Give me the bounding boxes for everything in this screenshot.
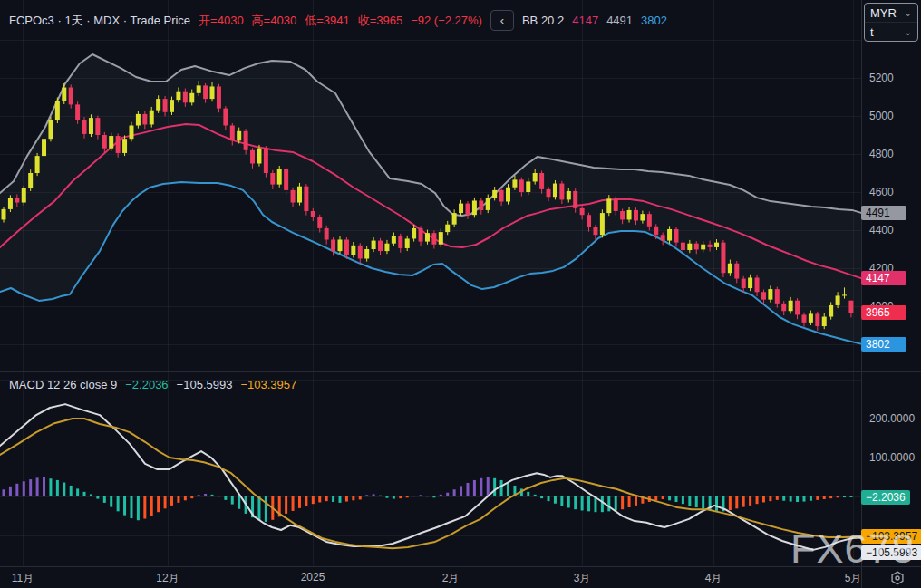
candle-body [351, 246, 355, 255]
price-axis[interactable]: 5200500048004600440042004000449141473965… [861, 0, 921, 566]
macd-histogram-bar [682, 496, 684, 504]
macd-histogram-bar [560, 496, 563, 506]
macd-hist-value: −2.2036 [125, 378, 168, 391]
candle-body [62, 88, 66, 101]
macd-histogram-bar [635, 496, 637, 506]
ohlc-change: −92 (−2.27%) [411, 14, 482, 27]
macd-histogram-bar [365, 495, 368, 496]
candle-body [325, 228, 329, 240]
candle-body [431, 233, 436, 245]
candle-body [634, 210, 638, 221]
price-badge: 3965 [861, 305, 906, 320]
candle-body [775, 289, 780, 304]
candle-body [15, 198, 19, 202]
pane-settings-icon[interactable] [889, 570, 906, 586]
currency-dropdown[interactable]: MYR ⌄ [865, 4, 917, 22]
candle-body [533, 173, 538, 181]
macd-histogram-bar [574, 496, 577, 509]
currency-label: MYR [870, 6, 897, 20]
unit-dropdown[interactable]: t ⌄ [865, 22, 917, 41]
time-axis-label: 12月 [156, 571, 179, 586]
candle-body [331, 240, 335, 252]
candle-body [75, 104, 80, 120]
candle-body [526, 181, 530, 192]
macd-histogram-bar [305, 496, 307, 506]
candle-body [640, 214, 645, 220]
bb-basis-value: 4147 [572, 14, 598, 27]
macd-histogram-bar [500, 480, 503, 496]
candle-body [829, 305, 833, 317]
macd-legend: MACD 12 26 close 9 −2.2036 −105.5993 −10… [9, 378, 296, 391]
macd-histogram-bar [823, 496, 826, 499]
price-badge: 4491 [861, 206, 906, 220]
candle-body [398, 236, 402, 248]
candle-body [573, 191, 577, 208]
time-axis[interactable]: 11月12月20252月3月4月5月 [0, 566, 921, 588]
candle-body [486, 198, 490, 210]
chart-canvas[interactable] [0, 0, 921, 588]
candle-body [122, 139, 127, 153]
macd-histogram-bar [298, 496, 301, 508]
candle-body [136, 114, 141, 126]
macd-histogram-bar [170, 496, 173, 506]
macd-histogram-bar [224, 496, 227, 500]
bb-upper-value: 4491 [606, 14, 633, 27]
macd-histogram-bar [56, 480, 59, 496]
candle-body [742, 279, 746, 289]
macd-histogram-bar [607, 496, 610, 511]
candle-body [102, 135, 107, 149]
candle-body [815, 313, 819, 326]
macd-histogram-bar [769, 496, 771, 501]
candle-body [116, 136, 121, 153]
candle-body [163, 99, 168, 112]
macd-histogram-bar [117, 496, 120, 511]
macd-histogram-bar [621, 496, 624, 509]
candle-body [284, 169, 288, 190]
candle-body [606, 198, 611, 213]
macd-histogram-bar [426, 496, 429, 496]
macd-histogram-bar [567, 496, 570, 507]
candle-body [694, 244, 699, 250]
macd-histogram-bar [49, 478, 52, 496]
macd-histogram-bar [150, 496, 153, 516]
macd-histogram-bar [487, 477, 490, 497]
macd-histogram-bar [756, 496, 759, 504]
candle-body [580, 208, 585, 215]
price-axis-label: 5200 [869, 72, 894, 84]
macd-histogram-bar [373, 494, 375, 496]
candle-body [748, 278, 752, 289]
candle-body [405, 238, 410, 248]
macd-histogram-bar [29, 479, 32, 496]
candle-body [593, 227, 597, 235]
macd-histogram-bar [143, 496, 146, 519]
candle-body [499, 190, 504, 202]
macd-histogram-bar [184, 496, 187, 500]
collapse-legend-button[interactable]: ‹ [490, 10, 514, 31]
macd-histogram-bar [137, 496, 140, 520]
macd-histogram-bar [446, 493, 449, 496]
macd-histogram-bar [218, 496, 220, 496]
macd-histogram-bar [715, 496, 718, 511]
price-axis-label: 4400 [869, 224, 894, 236]
macd-histogram-bar [177, 496, 179, 503]
macd-line [0, 404, 861, 550]
macd-histogram-bar [285, 496, 287, 514]
macd-histogram-bar [83, 492, 86, 496]
candle-body [667, 229, 672, 241]
candle-body [674, 229, 679, 243]
symbol-legend: FCPOc3 · 1天 · MDX · Trade Price 开=4030 高… [9, 10, 667, 31]
macd-histogram-bar [654, 496, 657, 500]
macd-histogram-bar [63, 483, 65, 496]
candle-body [297, 187, 302, 203]
macd-histogram-bar [257, 496, 260, 520]
candle-body [547, 189, 551, 197]
candle-body [721, 243, 725, 274]
macd-histogram-bar [527, 492, 529, 496]
time-axis-label: 11月 [12, 571, 34, 586]
macd-histogram-bar [493, 478, 496, 496]
macd-histogram-bar [3, 489, 5, 496]
macd-histogram-bar [601, 496, 604, 512]
macd-histogram-bar [157, 496, 160, 512]
candle-body [22, 188, 26, 203]
chevron-down-icon: ⌄ [905, 8, 912, 18]
